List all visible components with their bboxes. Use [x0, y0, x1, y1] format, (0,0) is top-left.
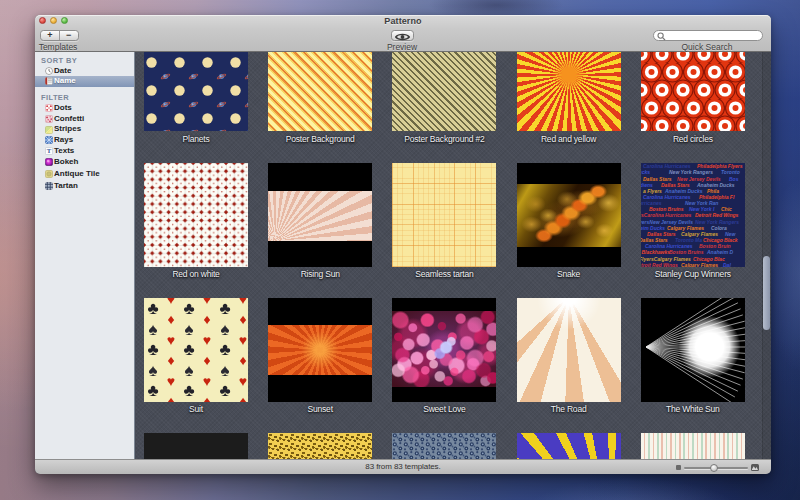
svg-text:Anaheim D: Anaheim D	[706, 249, 734, 255]
svg-text:New York I: New York I	[689, 206, 715, 212]
svg-text:Dallas Stars: Dallas Stars	[661, 181, 690, 187]
svg-text:yersNew Jersey Devils: yersNew Jersey Devils	[641, 218, 693, 224]
svg-text:New York Rangers: New York Rangers	[695, 218, 739, 224]
svg-text:Carolina Hurricanes: Carolina Hurricanes	[643, 194, 691, 200]
svg-text:a Flyers: a Flyers	[643, 188, 662, 194]
svg-text:o Blackhawks: o Blackhawks	[641, 249, 670, 255]
svg-text:New York Rangers: New York Rangers	[669, 169, 713, 175]
svg-text:Dal: Dal	[723, 261, 731, 266]
svg-text:Boston Bruin: Boston Bruin	[699, 243, 731, 249]
svg-text:Calgary Flames: Calgary Flames	[681, 231, 718, 237]
svg-text:Phila: Phila	[707, 188, 719, 194]
svg-text:Dallas Stars: Dallas Stars	[643, 175, 672, 181]
svg-text:adiens: adiens	[641, 181, 653, 187]
svg-text:Carolina Hurricanes: Carolina Hurricanes	[643, 163, 691, 169]
svg-text:New Jersey Devils: New Jersey Devils	[677, 175, 721, 181]
svg-text:Anaheim Ducks: Anaheim Ducks	[664, 188, 703, 194]
svg-text:Dallas Stars: Dallas Stars	[647, 231, 676, 237]
svg-text:Colora: Colora	[711, 224, 727, 230]
svg-text:Boston Bruins: Boston Bruins	[669, 249, 704, 255]
svg-text:New: New	[725, 231, 736, 237]
svg-text:Calgary Flames: Calgary Flames	[681, 261, 718, 266]
svg-text:rsCarolina Hurricanes: rsCarolina Hurricanes	[641, 212, 691, 218]
svg-text:Calgary Flames: Calgary Flames	[667, 224, 704, 230]
svg-text:Chicago Black: Chicago Black	[703, 237, 738, 243]
svg-text:heim Ducks: heim Ducks	[641, 224, 665, 230]
svg-text:Toronto Ma: Toronto Ma	[675, 237, 702, 243]
svg-text:Ducks: Ducks	[641, 169, 650, 175]
svg-text:Chicago Blac: Chicago Blac	[693, 255, 725, 261]
svg-text:Chic: Chic	[721, 206, 732, 212]
svg-text:New York Ran: New York Ran	[685, 200, 718, 206]
svg-text:urricanes: urricanes	[641, 200, 662, 206]
svg-text:Detroit Red Wings: Detroit Red Wings	[695, 212, 739, 218]
svg-text:FlyersCalgary Flames: FlyersCalgary Flames	[641, 255, 691, 261]
svg-text:T: T	[46, 147, 51, 154]
svg-text:Toronto: Toronto	[721, 169, 740, 175]
svg-text:Philadelphia Flyers: Philadelphia Flyers	[697, 163, 743, 169]
svg-text:Philadelphia Fl: Philadelphia Fl	[699, 194, 735, 200]
svg-text:Bos: Bos	[729, 175, 739, 181]
svg-text:Dallas Stars: Dallas Stars	[641, 237, 668, 243]
svg-text:Anaheim Ducks: Anaheim Ducks	[696, 181, 735, 187]
svg-text:Boston Bruins: Boston Bruins	[649, 206, 684, 212]
svg-text:Carolina Hurricanes: Carolina Hurricanes	[645, 243, 693, 249]
svg-text:troit Red Wings: troit Red Wings	[641, 261, 678, 266]
